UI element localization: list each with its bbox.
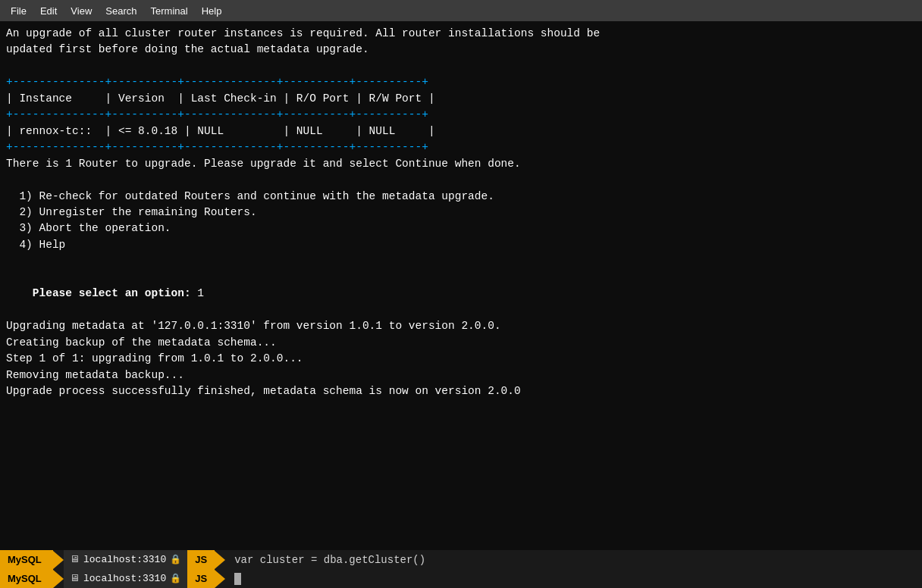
terminal-line: [6, 253, 916, 269]
terminal-output: An upgrade of all cluster router instanc…: [0, 21, 922, 550]
status-row-1: MySQL 🖥 localhost:3310 🔒 JS var cluster …: [0, 550, 922, 569]
option-1: 1) Re-check for outdated Routers and con…: [6, 189, 916, 205]
menu-search[interactable]: Search: [99, 4, 143, 18]
js-badge-arrow-1: [215, 551, 225, 569]
terminal-line: [6, 58, 916, 74]
upgrade-notice: There is 1 Router to upgrade. Please upg…: [6, 156, 916, 172]
lock-icon-2: 🔒: [170, 573, 181, 584]
js-badge-arrow-2: [215, 570, 225, 588]
table-border-top: +--------------+----------+-------------…: [6, 74, 916, 90]
menu-bar: File Edit View Search Terminal Help: [0, 0, 922, 21]
table-header: | Instance | Version | Last Check-in | R…: [6, 91, 916, 107]
host-text-2: localhost:3310: [83, 573, 166, 584]
lock-icon-1: 🔒: [170, 554, 181, 565]
mysql-badge-arrow-1: [53, 551, 64, 569]
menu-help[interactable]: Help: [196, 4, 228, 18]
table-row: | rennox-tc:: | <= 8.0.18 | NULL | NULL …: [6, 124, 916, 139]
command-text-2: [225, 572, 922, 584]
js-badge-1: JS: [187, 550, 215, 569]
command-text-1: var cluster = dba.getCluster(): [225, 554, 922, 566]
host-text-1: localhost:3310: [83, 554, 166, 565]
terminal-line: updated first before doing the actual me…: [6, 42, 916, 58]
js-badge-2: JS: [187, 569, 215, 588]
mysql-badge-2: MySQL: [0, 569, 53, 588]
menu-view[interactable]: View: [64, 4, 98, 18]
host-badge-2: 🖥 localhost:3310 🔒: [64, 569, 187, 588]
menu-file[interactable]: File: [5, 4, 33, 18]
host-badge-1: 🖥 localhost:3310 🔒: [64, 550, 187, 569]
table-border-bot: +--------------+----------+-------------…: [6, 139, 916, 155]
removing-line: Removing metadata backup...: [6, 368, 916, 383]
option-4: 4) Help: [6, 237, 916, 253]
upgrading-line: Upgrading metadata at '127.0.0.1:3310' f…: [6, 318, 916, 334]
db-icon-2: 🖥: [70, 573, 80, 584]
backup-line: Creating backup of the metadata schema..…: [6, 335, 916, 351]
prompt-label: Please select an option:: [33, 287, 198, 299]
terminal-line: An upgrade of all cluster router instanc…: [6, 26, 916, 42]
step-line: Step 1 of 1: upgrading from 1.0.1 to 2.0…: [6, 351, 916, 367]
table-border-mid: +--------------+----------+-------------…: [6, 107, 916, 123]
mysql-badge-arrow-2: [53, 570, 64, 588]
prompt-line: Please select an option: 1: [6, 270, 916, 318]
option-3: 3) Abort the operation.: [6, 220, 916, 236]
db-icon-1: 🖥: [70, 554, 80, 565]
menu-terminal[interactable]: Terminal: [145, 4, 194, 18]
cursor: [234, 573, 241, 585]
terminal-line: [6, 172, 916, 188]
option-2: 2) Unregister the remaining Routers.: [6, 205, 916, 220]
status-row-2: MySQL 🖥 localhost:3310 🔒 JS: [0, 569, 922, 588]
prompt-value: 1: [197, 287, 204, 299]
mysql-badge-1: MySQL: [0, 550, 53, 569]
status-bar: MySQL 🖥 localhost:3310 🔒 JS var cluster …: [0, 550, 922, 588]
menu-edit[interactable]: Edit: [34, 4, 63, 18]
finished-line: Upgrade process successfully finished, m…: [6, 383, 916, 399]
